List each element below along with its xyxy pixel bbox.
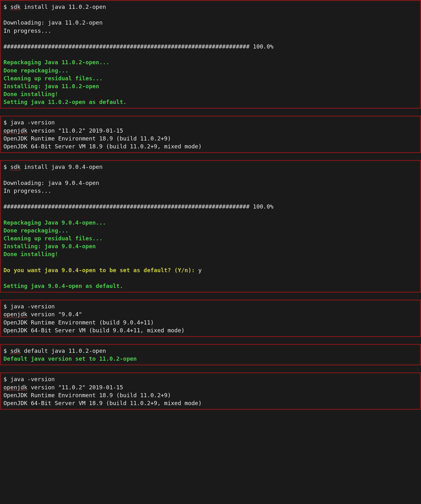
terminal-text: Downloading: java 9.0.4-open xyxy=(3,180,99,186)
terminal-line: Done installing! xyxy=(3,90,418,98)
terminal-block: $ sdk install java 11.0.2-open Downloadi… xyxy=(0,0,421,109)
terminal-text: sdk xyxy=(10,347,21,354)
terminal-block: $ java -versionopenjdk version "11.0.2" … xyxy=(0,372,421,410)
terminal-block: $ java -versionopenjdk version "11.0.2" … xyxy=(0,116,421,153)
terminal-text xyxy=(3,11,7,18)
terminal-text: version "11.0.2" 2019-01-15 xyxy=(27,384,123,391)
terminal-text: Repackaging Java 11.0.2-open... xyxy=(3,59,109,66)
terminal-line: openjdk version "11.0.2" 2019-01-15 xyxy=(3,127,418,135)
terminal-container: $ sdk install java 11.0.2-open Downloadi… xyxy=(0,0,421,410)
terminal-line: Repackaging Java 9.0.4-open... xyxy=(3,219,418,226)
terminal-line: OpenJDK Runtime Environment 18.9 (build … xyxy=(3,391,418,399)
terminal-line xyxy=(3,11,418,19)
terminal-line: OpenJDK Runtime Environment 18.9 (build … xyxy=(3,135,418,142)
terminal-line: ########################################… xyxy=(3,43,418,50)
terminal-text: Done repackaging... xyxy=(3,67,68,74)
terminal-line: Setting java 11.0.2-open as default. xyxy=(3,98,418,106)
terminal-line: In progress... xyxy=(3,187,418,195)
terminal-text: sdk xyxy=(10,163,21,170)
terminal-text: In progress... xyxy=(3,27,51,34)
terminal-line: ########################################… xyxy=(3,203,418,210)
terminal-text: openjdk xyxy=(3,311,27,318)
terminal-text: Default java version set to 11.0.2-open xyxy=(3,355,137,362)
terminal-line xyxy=(3,274,418,282)
terminal-text: version "11.0.2" 2019-01-15 xyxy=(27,127,123,134)
terminal-block: $ sdk default java 11.0.2-openDefault ja… xyxy=(0,344,421,365)
terminal-text: OpenJDK Runtime Environment 18.9 (build … xyxy=(3,392,171,398)
terminal-text: Setting java 11.0.2-open as default. xyxy=(3,99,126,105)
terminal-line: Done repackaging... xyxy=(3,66,418,74)
terminal-text: Setting java 9.0.4-open as default. xyxy=(3,283,123,289)
terminal-text: ########################################… xyxy=(3,203,273,210)
terminal-text xyxy=(3,51,7,58)
terminal-text xyxy=(3,275,7,281)
terminal-line: openjdk version "9.0.4" xyxy=(3,310,418,318)
terminal-text: openjdk xyxy=(3,127,27,134)
terminal-text: ########################################… xyxy=(3,43,273,50)
terminal-line: Installing: java 9.0.4-open xyxy=(3,242,418,250)
terminal-text: version "9.0.4" xyxy=(27,311,82,318)
terminal-line: Do you want java 9.0.4-open to be set as… xyxy=(3,266,418,274)
terminal-text: OpenJDK 64-Bit Server VM (build 9.0.4+11… xyxy=(3,327,184,334)
terminal-text xyxy=(3,195,7,202)
terminal-text: default java 11.0.2-open xyxy=(20,347,106,354)
terminal-text: sdk xyxy=(10,3,21,10)
terminal-text: Done installing! xyxy=(3,91,58,97)
terminal-text: $ java -version xyxy=(3,303,55,310)
terminal-line: $ java -version xyxy=(3,118,418,126)
terminal-text: Do you want java 9.0.4-open to be set as… xyxy=(3,267,198,273)
terminal-line xyxy=(3,210,418,218)
terminal-text: OpenJDK Runtime Environment 18.9 (build … xyxy=(3,135,171,142)
terminal-line: Installing: java 11.0.2-open xyxy=(3,82,418,90)
terminal-line: Downloading: java 9.0.4-open xyxy=(3,179,418,187)
terminal-text: In progress... xyxy=(3,187,51,194)
terminal-text: OpenJDK 64-Bit Server VM 18.9 (build 11.… xyxy=(3,143,202,150)
terminal-text: OpenJDK 64-Bit Server VM 18.9 (build 11.… xyxy=(3,400,202,406)
terminal-text: Downloading: java 11.0.2-open xyxy=(3,19,102,26)
terminal-line: In progress... xyxy=(3,27,418,35)
terminal-line xyxy=(3,195,418,203)
terminal-line: Done repackaging... xyxy=(3,226,418,234)
terminal-line: Setting java 9.0.4-open as default. xyxy=(3,282,418,290)
terminal-line: OpenJDK 64-Bit Server VM 18.9 (build 11.… xyxy=(3,142,418,150)
terminal-text: Cleaning up residual files... xyxy=(3,235,102,242)
terminal-text: Installing: java 11.0.2-open xyxy=(3,83,99,89)
terminal-text: $ xyxy=(3,347,10,354)
terminal-text xyxy=(3,171,7,178)
terminal-line xyxy=(3,258,418,266)
terminal-block: $ sdk install java 9.0.4-open Downloadin… xyxy=(0,160,421,293)
terminal-line: $ sdk install java 11.0.2-open xyxy=(3,3,418,11)
terminal-text xyxy=(3,211,7,218)
terminal-line: Cleaning up residual files... xyxy=(3,74,418,82)
terminal-line: Cleaning up residual files... xyxy=(3,234,418,242)
terminal-line: Default java version set to 11.0.2-open xyxy=(3,355,418,363)
terminal-line: OpenJDK 64-Bit Server VM 18.9 (build 11.… xyxy=(3,399,418,407)
terminal-text xyxy=(3,35,7,42)
terminal-text: openjdk xyxy=(3,384,27,391)
terminal-text: $ java -version xyxy=(3,119,55,126)
terminal-line: $ java -version xyxy=(3,375,418,383)
terminal-line xyxy=(3,50,418,58)
terminal-line xyxy=(3,171,418,179)
terminal-text: $ xyxy=(3,163,10,170)
terminal-line xyxy=(3,35,418,43)
terminal-text: Cleaning up residual files... xyxy=(3,75,102,82)
terminal-text: install java 9.0.4-open xyxy=(20,163,102,170)
terminal-line: OpenJDK 64-Bit Server VM (build 9.0.4+11… xyxy=(3,326,418,334)
terminal-text: install java 11.0.2-open xyxy=(20,3,106,10)
terminal-line: Downloading: java 11.0.2-open xyxy=(3,19,418,26)
terminal-text: OpenJDK Runtime Environment (build 9.0.4… xyxy=(3,319,154,326)
terminal-text: Installing: java 9.0.4-open xyxy=(3,243,96,249)
terminal-text xyxy=(3,259,7,265)
terminal-line: $ sdk install java 9.0.4-open xyxy=(3,163,418,171)
terminal-text: Done installing! xyxy=(3,251,58,257)
terminal-text: y xyxy=(198,267,202,273)
terminal-line: OpenJDK Runtime Environment (build 9.0.4… xyxy=(3,318,418,326)
terminal-text: Done repackaging... xyxy=(3,227,68,234)
terminal-block: $ java -versionopenjdk version "9.0.4"Op… xyxy=(0,300,421,337)
terminal-line: Done installing! xyxy=(3,250,418,258)
terminal-line: $ sdk default java 11.0.2-open xyxy=(3,347,418,355)
terminal-line: Repackaging Java 11.0.2-open... xyxy=(3,58,418,66)
terminal-line: $ java -version xyxy=(3,302,418,310)
terminal-text: Repackaging Java 9.0.4-open... xyxy=(3,219,106,226)
